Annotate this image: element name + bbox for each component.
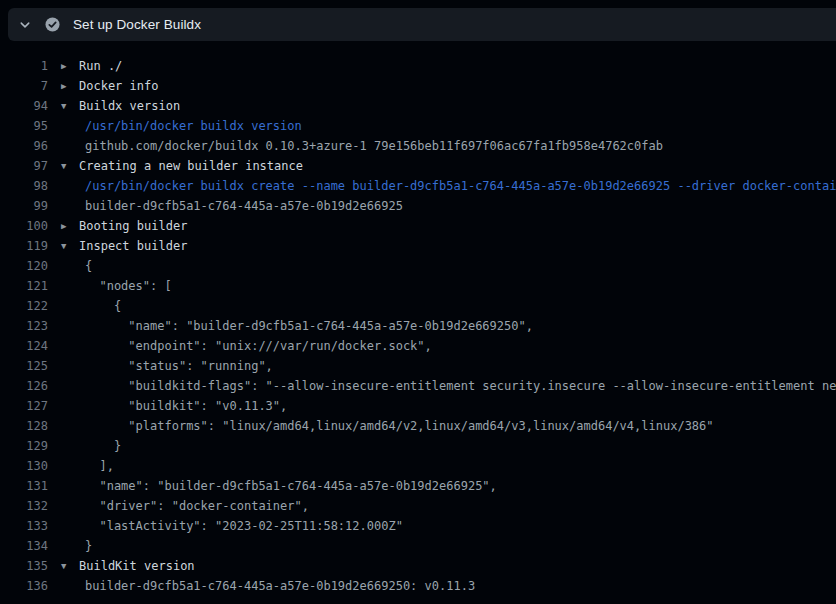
log-line[interactable]: 135 ▼ BuildKit version: [0, 556, 836, 576]
group-toggle-icon[interactable]: ▶: [61, 56, 79, 76]
line-number[interactable]: 135: [0, 556, 48, 576]
line-number[interactable]: 97: [0, 156, 48, 176]
log-line[interactable]: 94 ▼ Buildx version: [0, 96, 836, 116]
log-line: 127 "buildkit": "v0.11.3",: [0, 396, 836, 416]
log-line: 132 "driver": "docker-container",: [0, 496, 836, 516]
step-header[interactable]: Set up Docker Buildx: [8, 8, 836, 41]
line-number[interactable]: 125: [0, 356, 48, 376]
log-line: 126 "buildkitd-flags": "--allow-insecure…: [0, 376, 836, 396]
line-number[interactable]: 121: [0, 276, 48, 296]
log-line: 129 }: [0, 436, 836, 456]
log-line: 96 github.com/docker/buildx 0.10.3+azure…: [0, 136, 836, 156]
line-number[interactable]: 95: [0, 116, 48, 136]
log-line: 123 "name": "builder-d9cfb5a1-c764-445a-…: [0, 316, 836, 336]
log-line[interactable]: 7 ▶ Docker info: [0, 76, 836, 96]
log-line: 98 /usr/bin/docker buildx create --name …: [0, 176, 836, 196]
check-circle-icon: [45, 17, 60, 32]
group-toggle-icon[interactable]: ▼: [61, 156, 79, 176]
log-line: 134 }: [0, 536, 836, 556]
log-line: 125 "status": "running",: [0, 356, 836, 376]
log-line-text: Docker info: [79, 76, 158, 96]
line-number[interactable]: 128: [0, 416, 48, 436]
log-line-text: ],: [79, 456, 114, 476]
line-number[interactable]: 119: [0, 236, 48, 256]
line-number[interactable]: 98: [0, 176, 48, 196]
log-line-text: Creating a new builder instance: [79, 156, 303, 176]
line-number[interactable]: 1: [0, 56, 48, 76]
line-number[interactable]: 134: [0, 536, 48, 556]
log-line: 120 {: [0, 256, 836, 276]
log-line: 128 "platforms": "linux/amd64,linux/amd6…: [0, 416, 836, 436]
group-toggle-icon: [61, 576, 79, 596]
line-number[interactable]: 123: [0, 316, 48, 336]
log-line: 131 "name": "builder-d9cfb5a1-c764-445a-…: [0, 476, 836, 496]
log-line[interactable]: 1 ▶ Run ./: [0, 56, 836, 76]
log-line-text: Run ./: [79, 56, 122, 76]
group-toggle-icon: [61, 116, 79, 136]
line-number[interactable]: 136: [0, 576, 48, 596]
group-toggle-icon: [61, 476, 79, 496]
line-number[interactable]: 120: [0, 256, 48, 276]
log-line: 136 builder-d9cfb5a1-c764-445a-a57e-0b19…: [0, 576, 836, 596]
group-toggle-icon: [61, 516, 79, 536]
line-number[interactable]: 94: [0, 96, 48, 116]
group-toggle-icon: [61, 496, 79, 516]
group-toggle-icon: [61, 416, 79, 436]
line-number[interactable]: 129: [0, 436, 48, 456]
log-line-text: "status": "running",: [79, 356, 273, 376]
log-line-text: /usr/bin/docker buildx create --name bui…: [79, 176, 836, 196]
line-number[interactable]: 100: [0, 216, 48, 236]
log-line: 122 {: [0, 296, 836, 316]
group-toggle-icon[interactable]: ▼: [61, 96, 79, 116]
step-title: Set up Docker Buildx: [73, 17, 201, 32]
line-number[interactable]: 133: [0, 516, 48, 536]
group-toggle-icon: [61, 336, 79, 356]
log-line-text: builder-d9cfb5a1-c764-445a-a57e-0b19d2e6…: [79, 576, 475, 596]
log-line-text: "platforms": "linux/amd64,linux/amd64/v2…: [79, 416, 714, 436]
log-line-text: }: [79, 536, 92, 556]
log-line-text: Inspect builder: [79, 236, 187, 256]
group-toggle-icon[interactable]: ▶: [61, 76, 79, 96]
line-number[interactable]: 132: [0, 496, 48, 516]
group-toggle-icon[interactable]: ▶: [61, 216, 79, 236]
log-line-text: "name": "builder-d9cfb5a1-c764-445a-a57e…: [79, 316, 533, 336]
group-toggle-icon: [61, 396, 79, 416]
line-number[interactable]: 126: [0, 376, 48, 396]
log-line[interactable]: 100 ▶ Booting builder: [0, 216, 836, 236]
group-toggle-icon: [61, 456, 79, 476]
group-toggle-icon: [61, 356, 79, 376]
log-line[interactable]: 97 ▼ Creating a new builder instance: [0, 156, 836, 176]
group-toggle-icon: [61, 376, 79, 396]
log-line: 99 builder-d9cfb5a1-c764-445a-a57e-0b19d…: [0, 196, 836, 216]
log-line-text: }: [79, 436, 121, 456]
group-toggle-icon[interactable]: ▼: [61, 236, 79, 256]
line-number[interactable]: 127: [0, 396, 48, 416]
log-line-text: "name": "builder-d9cfb5a1-c764-445a-a57e…: [79, 476, 497, 496]
group-toggle-icon: [61, 136, 79, 156]
line-number[interactable]: 96: [0, 136, 48, 156]
line-number[interactable]: 130: [0, 456, 48, 476]
group-toggle-icon: [61, 436, 79, 456]
chevron-down-icon[interactable]: [19, 19, 31, 31]
group-toggle-icon: [61, 536, 79, 556]
line-number[interactable]: 131: [0, 476, 48, 496]
log-line: 133 "lastActivity": "2023-02-25T11:58:12…: [0, 516, 836, 536]
log-line-text: BuildKit version: [79, 556, 195, 576]
log-line-text: "lastActivity": "2023-02-25T11:58:12.000…: [79, 516, 403, 536]
group-toggle-icon[interactable]: ▼: [61, 556, 79, 576]
log-line: 121 "nodes": [: [0, 276, 836, 296]
line-number[interactable]: 7: [0, 76, 48, 96]
log-line-text: "driver": "docker-container",: [79, 496, 309, 516]
log-line-text: "buildkit": "v0.11.3",: [79, 396, 287, 416]
line-number[interactable]: 124: [0, 336, 48, 356]
log-line-text: builder-d9cfb5a1-c764-445a-a57e-0b19d2e6…: [79, 196, 403, 216]
group-toggle-icon: [61, 196, 79, 216]
log-viewer: 1 ▶ Run ./ 7 ▶ Docker info 94 ▼ Buildx v…: [0, 56, 836, 596]
line-number[interactable]: 122: [0, 296, 48, 316]
line-number[interactable]: 99: [0, 196, 48, 216]
group-toggle-icon: [61, 316, 79, 336]
log-line[interactable]: 119 ▼ Inspect builder: [0, 236, 836, 256]
log-line-text: {: [79, 296, 121, 316]
log-line-text: "nodes": [: [79, 276, 172, 296]
log-line-text: Buildx version: [79, 96, 180, 116]
